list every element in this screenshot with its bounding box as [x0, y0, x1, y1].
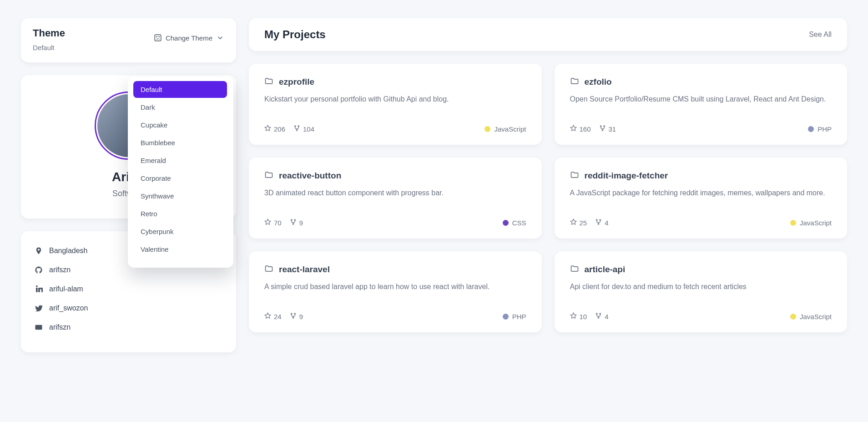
project-card[interactable]: ezprofileKickstart your personal portfol… — [249, 64, 542, 145]
project-description: Api client for dev.to and medium to fetc… — [570, 281, 832, 302]
project-stars: 10 — [570, 312, 587, 320]
info-twitter-text: arif_swozon — [49, 304, 88, 312]
svg-point-15 — [294, 313, 296, 315]
star-icon — [570, 125, 577, 133]
project-name: ezprofile — [279, 77, 314, 87]
project-language: PHP — [503, 313, 526, 320]
svg-point-18 — [600, 313, 601, 315]
project-card[interactable]: reactive-button3D animated react button … — [249, 158, 542, 239]
folder-icon — [264, 76, 273, 87]
fork-icon — [595, 312, 602, 320]
language-dot-icon — [790, 220, 796, 226]
svg-rect-0 — [155, 35, 161, 41]
fork-icon — [595, 219, 602, 227]
language-dot-icon — [790, 314, 796, 320]
svg-point-11 — [596, 219, 598, 221]
svg-point-14 — [291, 313, 292, 315]
theme-dropdown: DefaultDarkCupcakeBumblebeeEmeraldCorpor… — [128, 76, 233, 268]
project-language: JavaScript — [790, 219, 832, 227]
svg-rect-1 — [35, 325, 42, 330]
project-language: JavaScript — [790, 313, 832, 320]
devto-icon — [35, 323, 43, 331]
project-description: Kickstart your personal portfolio with G… — [264, 94, 526, 115]
folder-icon — [570, 170, 579, 181]
language-dot-icon — [484, 126, 490, 132]
project-description: A simple crud based laravel app to learn… — [264, 281, 526, 302]
theme-card: Theme Default Change Theme DefaultDarkCu… — [21, 18, 236, 62]
svg-point-17 — [596, 313, 598, 315]
star-icon — [264, 312, 271, 320]
project-forks: 31 — [599, 125, 616, 133]
project-card[interactable]: ezfolioOpen Source Portfolio/Resume CMS … — [555, 64, 848, 145]
theme-option-retro[interactable]: Retro — [133, 205, 227, 222]
star-icon — [570, 312, 577, 320]
star-icon — [264, 125, 271, 133]
info-devto-text: arifszn — [49, 323, 71, 331]
theme-option-valentine[interactable]: Valentine — [133, 241, 227, 258]
svg-point-3 — [298, 126, 299, 127]
folder-icon — [570, 264, 579, 275]
svg-point-12 — [600, 219, 601, 221]
project-forks: 4 — [595, 312, 608, 320]
svg-point-9 — [294, 219, 296, 221]
star-icon — [570, 219, 577, 227]
fork-icon — [293, 125, 300, 133]
theme-option-cyberpunk[interactable]: Cyberpunk — [133, 223, 227, 240]
project-stars: 24 — [264, 312, 282, 320]
project-description: A JavaScript package for fetching reddit… — [570, 188, 832, 208]
svg-point-7 — [602, 130, 603, 131]
see-all-link[interactable]: See All — [809, 31, 832, 39]
theme-option-cupcake[interactable]: Cupcake — [133, 117, 227, 133]
info-linkedin-text: ariful-alam — [49, 285, 83, 293]
project-stars: 206 — [264, 125, 285, 133]
theme-current: Default — [33, 44, 65, 51]
language-dot-icon — [503, 314, 509, 320]
project-name: article-api — [585, 264, 626, 275]
project-card[interactable]: react-laravelA simple crud based laravel… — [249, 251, 542, 332]
projects-header: My Projects See All — [249, 18, 847, 51]
theme-option-default[interactable]: Default — [133, 81, 227, 98]
svg-point-8 — [291, 219, 292, 221]
svg-point-13 — [598, 224, 599, 225]
theme-option-synthwave[interactable]: Synthwave — [133, 188, 227, 204]
change-theme-label: Change Theme — [166, 34, 212, 42]
theme-option-bumblebee[interactable]: Bumblebee — [133, 134, 227, 151]
svg-point-5 — [600, 126, 601, 127]
theme-option-dark[interactable]: Dark — [133, 99, 227, 116]
svg-point-10 — [293, 224, 294, 225]
twitter-icon — [35, 304, 43, 312]
project-forks: 9 — [290, 312, 303, 320]
info-linkedin[interactable]: ariful-alam — [35, 281, 222, 300]
svg-point-4 — [296, 130, 298, 131]
change-theme-button[interactable]: Change Theme — [154, 27, 224, 42]
svg-point-2 — [295, 126, 296, 127]
fork-icon — [290, 219, 297, 227]
info-twitter[interactable]: arif_swozon — [35, 300, 222, 320]
fork-icon — [599, 125, 606, 133]
info-github-text: arifszn — [49, 266, 71, 274]
fork-icon — [290, 312, 297, 320]
project-language: PHP — [808, 125, 832, 133]
info-devto[interactable]: arifszn — [35, 320, 222, 339]
project-description: Open Source Portfolio/Resume CMS built u… — [570, 94, 832, 115]
location-icon — [35, 247, 43, 255]
language-dot-icon — [808, 126, 814, 132]
svg-point-19 — [598, 317, 599, 319]
project-card[interactable]: reddit-image-fetcherA JavaScript package… — [555, 158, 848, 239]
project-language: CSS — [503, 219, 526, 227]
project-name: ezfolio — [585, 77, 612, 87]
github-icon — [35, 266, 43, 274]
project-language: JavaScript — [484, 125, 526, 133]
project-stars: 70 — [264, 219, 282, 227]
theme-option-corporate[interactable]: Corporate — [133, 170, 227, 187]
project-forks: 104 — [293, 125, 314, 133]
svg-point-6 — [604, 126, 605, 127]
theme-option-emerald[interactable]: Emerald — [133, 152, 227, 169]
theme-dropdown-scroll[interactable]: DefaultDarkCupcakeBumblebeeEmeraldCorpor… — [133, 81, 230, 263]
sliders-icon — [154, 34, 162, 42]
language-dot-icon — [503, 220, 509, 226]
project-card[interactable]: article-apiApi client for dev.to and med… — [555, 251, 848, 332]
project-name: reactive-button — [279, 171, 341, 181]
theme-title: Theme — [33, 27, 65, 39]
folder-icon — [570, 76, 579, 87]
